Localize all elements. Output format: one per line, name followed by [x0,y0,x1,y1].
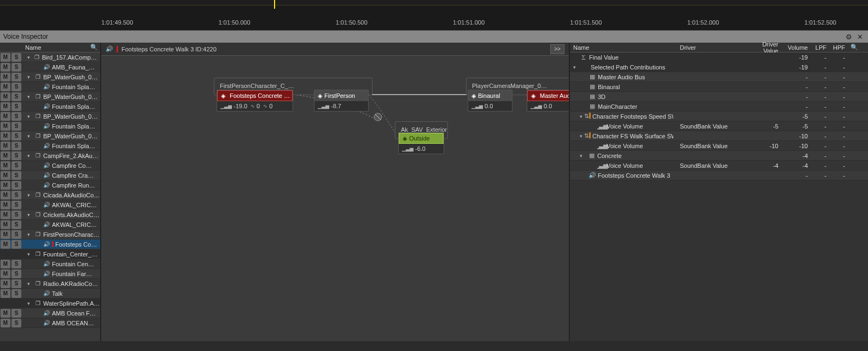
expand-twisty-icon[interactable]: ▾ [27,55,33,60]
tree-parent-row[interactable]: MS▾❐BP_WaterGush_0… [0,112,100,121]
tree-child-row[interactable]: MS🔊Fountain Spla… [0,121,100,131]
expand-twisty-icon[interactable]: ▾ [580,114,582,119]
mute-button[interactable]: M [1,73,10,81]
contribution-row[interactable]: ▾▦Concrete-4-- [570,151,868,161]
expand-twisty-icon[interactable]: ▾ [27,133,34,139]
contributions-body[interactable]: ΣFinal Value-19--▾Selected Path Contribu… [570,52,868,180]
mute-button[interactable]: M [1,289,10,298]
col-name[interactable]: Name [570,43,677,52]
solo-button[interactable]: S [11,122,21,131]
solo-button[interactable]: S [11,142,21,150]
solo-button[interactable]: S [11,270,21,278]
mute-button[interactable]: M [1,151,10,160]
tree-parent-row[interactable]: MS▾❐Crickets.AkAudioC… [0,210,100,220]
tree-parent-row[interactable]: MS▾❐Cicada.AkAudioCo… [0,190,100,200]
solo-button[interactable]: S [11,289,21,298]
contribution-row[interactable]: 🔊Footsteps Concrete Walk 3--- [570,171,868,180]
solo-button[interactable]: S [11,279,21,288]
graph-node-footsteps[interactable]: ◈Footsteps Concrete …▁▃▅-19.0∿0∿0 [217,90,293,112]
solo-button[interactable]: S [11,181,21,190]
solo-button[interactable]: S [11,63,21,72]
mute-button[interactable]: M [1,53,10,62]
search-icon[interactable]: 🔍 [848,43,860,52]
tree-child-row[interactable]: MS🔊Fountain Spla… [0,82,100,92]
tree-child-row[interactable]: MS🔊AKWAL_CRIC… [0,220,100,230]
tree-parent-row[interactable]: MS▾❐CampFire_2.AkAu… [0,151,100,161]
tree-parent-row[interactable]: ▾❐WaterSplinePath.A… [0,299,100,308]
contribution-row[interactable]: ▁▃▅Voice VolumeSoundBank Value-10-10-- [570,141,868,151]
mute-button[interactable]: M [1,230,10,239]
gear-icon[interactable]: ⚙ [844,32,854,42]
solo-button[interactable]: S [11,319,21,327]
contribution-row[interactable]: ▾⇅Character Footsteps Speed SW-5-- [570,112,868,121]
skip-button[interactable]: >> [550,44,564,54]
tree-child-row[interactable]: MS🔊AMB Ocean F… [0,308,100,318]
mute-button[interactable]: M [1,260,10,268]
expand-twisty-icon[interactable]: ▾ [580,153,586,159]
tree-child-row[interactable]: MS🔊AMB OCEAN… [0,318,100,328]
tree-child-row[interactable]: MS🔊Fountain Far… [0,269,100,279]
expand-twisty-icon[interactable]: ▾ [27,251,34,257]
mute-button[interactable]: M [1,270,10,278]
mute-button[interactable]: M [1,83,10,91]
close-icon[interactable]: ✕ [855,32,865,42]
mute-button[interactable]: M [1,142,10,150]
tree-parent-row[interactable]: MS▾❐Radio.AKRadioCo… [0,279,100,289]
search-icon[interactable]: 🔍 [90,44,98,51]
solo-button[interactable]: S [11,132,21,141]
mute-button[interactable]: M [1,132,10,141]
solo-button[interactable]: S [11,240,21,249]
tree-parent-row[interactable]: MS▾❐FirstPersonCharac… [0,230,100,239]
contribution-row[interactable]: ▦3D--- [570,92,868,102]
solo-button[interactable]: S [11,309,21,318]
expand-twisty-icon[interactable]: ▾ [27,114,34,119]
solo-button[interactable]: S [11,191,21,200]
solo-button[interactable]: S [11,92,21,101]
tree-parent-row[interactable]: ▾❐Fountain_Center_… [0,249,100,259]
graph-node-firstperson[interactable]: ◈FirstPerson▁▃▅-8.7 [314,90,369,112]
solo-button[interactable]: S [11,210,21,219]
mute-button[interactable]: M [1,319,10,327]
expand-twisty-icon[interactable]: ▾ [27,212,34,218]
expand-twisty-icon[interactable]: ▾ [27,232,34,237]
contribution-row[interactable]: ▾Selected Path Contributions-19-- [570,62,868,72]
solo-button[interactable]: S [11,102,21,111]
mute-button[interactable]: M [1,112,10,121]
contribution-row[interactable]: ▦Binaural--- [570,82,868,92]
expand-twisty-icon[interactable]: ▾ [27,192,34,198]
graph-node-outside[interactable]: ◈Outside▁▃▅-6.0 [398,132,444,154]
graph-canvas[interactable]: FirstPersonCharacter_C_…PlayerCameraMana… [101,56,569,341]
mute-button[interactable]: M [1,63,10,72]
tree-child-row[interactable]: MS🔊Campfire Cra… [0,171,100,180]
tree-child-row[interactable]: MS🔊Fountain Cen… [0,259,100,269]
expand-twisty-icon[interactable]: ▾ [27,94,34,100]
expand-twisty-icon[interactable]: ▾ [580,133,582,139]
tree-child-row[interactable]: MS🔊Campfire Run… [0,180,100,190]
contribution-row[interactable]: ▾⇅Character FS Walk Surface SW-10-- [570,131,868,141]
tree-child-row[interactable]: MS🔊Footsteps Co… [0,239,100,249]
mute-button[interactable]: M [1,279,10,288]
solo-button[interactable]: S [11,73,21,81]
tree-child-row[interactable]: MS🔊AKWAL_CRIC… [0,200,100,210]
tree-child-row[interactable]: MS🔊Talk [0,289,100,299]
graph-node-master[interactable]: ◈Master Audio Bus▁▃▅0.0 [527,90,569,112]
mute-button[interactable]: M [1,210,10,219]
col-hpf[interactable]: HPF [830,43,848,52]
contribution-row[interactable]: ▦Master Audio Bus--- [570,72,868,82]
tree-child-row[interactable]: MS🔊Campfire Co… [0,161,100,171]
mute-button[interactable]: M [1,181,10,190]
expand-twisty-icon[interactable]: ▾ [27,301,34,306]
solo-button[interactable]: S [11,83,21,91]
solo-button[interactable]: S [11,151,21,160]
tree-child-row[interactable]: MS🔊Fountain Spla… [0,102,100,112]
tree-parent-row[interactable]: MS▾❐Bird_157.AkComponent [0,52,100,62]
mute-button[interactable]: M [1,309,10,318]
mute-button[interactable]: M [1,122,10,131]
mute-button[interactable]: M [1,92,10,101]
expand-twisty-icon[interactable]: ▾ [27,153,34,159]
tree-child-row[interactable]: MS🔊Fountain Spla… [0,141,100,151]
timeline-playhead[interactable] [274,0,275,9]
contribution-row[interactable]: ΣFinal Value-19-- [570,52,868,62]
mute-button[interactable]: M [1,171,10,180]
col-dval[interactable]: Driver Value [748,43,782,52]
